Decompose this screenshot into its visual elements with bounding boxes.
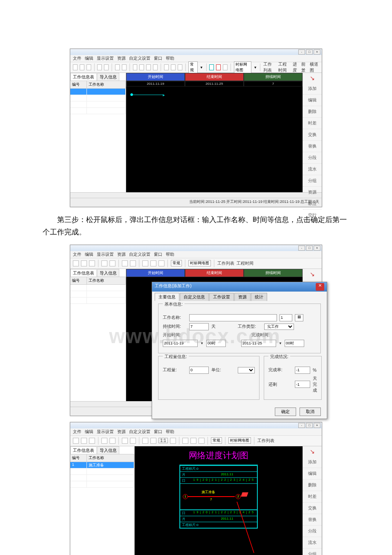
fit-icon[interactable] [146,64,151,70]
tab-import[interactable]: 导入信息 [97,73,119,81]
table-row[interactable] [70,89,126,95]
rp-replace[interactable]: 替换 [303,141,322,152]
hand-icon[interactable] [142,438,148,444]
zoomout-icon[interactable] [170,438,176,444]
grid-icon[interactable] [164,64,169,70]
close-btn[interactable]: × [314,246,320,251]
tab-import[interactable]: 导入信息 [97,446,119,454]
front-btn[interactable]: 前景 [301,61,308,73]
zoomin-icon[interactable] [139,64,144,70]
arrow-tool-icon[interactable]: ↘ [303,269,322,279]
menu-custom[interactable]: 自定义设置 [129,251,150,257]
open-icon[interactable] [81,438,87,444]
menu-help[interactable]: 帮助 [166,55,174,61]
rp-flow[interactable]: 流水 [303,164,322,175]
undo-icon[interactable] [122,438,128,444]
table-row[interactable] [70,291,126,298]
view-combo[interactable]: 时标网络图 [234,61,251,73]
zoom-icon[interactable] [101,260,107,266]
menu-help[interactable]: 帮助 [166,251,174,257]
normal-combo[interactable]: 常规 [188,61,197,73]
menu-edit[interactable]: 编辑 [85,251,93,257]
end-date-input[interactable] [241,340,276,347]
table-row[interactable] [70,285,126,291]
menu-file[interactable]: 文件 [73,55,81,61]
hand-icon[interactable] [133,64,138,70]
table-row[interactable] [70,95,126,101]
red-icon[interactable] [216,64,221,70]
maximize-btn[interactable]: □ [306,423,313,428]
canvas-area[interactable]: 网络进度计划图 工程标尺:0 月2011.11 日19|20|21|22|23|… [135,446,303,555]
rp-delete[interactable]: 删除 [303,480,322,491]
rp-group[interactable]: 分组 [303,175,322,187]
rp-edit[interactable]: 编辑 [303,95,322,106]
canvas-area[interactable]: 开始时间 结束时间 持续时间 2011-11-19 2011-11-25 7 ▸ [126,73,303,192]
table-icon[interactable] [171,64,176,70]
gantt-btn[interactable]: 横道图 [310,61,319,73]
cancel-button[interactable]: 取消 [300,408,321,416]
new-icon[interactable] [73,438,79,444]
rp-replace[interactable]: 替换 [303,514,322,526]
close-btn[interactable]: × [314,423,320,428]
id-input[interactable] [280,314,292,321]
rp-split[interactable]: 分段 [303,152,322,164]
normal-combo[interactable]: 常规 [211,437,222,444]
rp-add[interactable]: 添加 [303,457,322,468]
undo-icon[interactable] [115,64,120,70]
table-row[interactable]: 1 施工准备 [70,462,134,468]
table-row[interactable] [70,298,126,304]
rp-delete[interactable]: 删除 [303,106,322,118]
view-combo[interactable]: 时标网络图 [228,437,251,444]
projtime-btn[interactable]: 工程时间 [278,61,291,73]
open-icon[interactable] [81,260,87,266]
grid-icon[interactable] [182,438,188,444]
dlg-tab-resource[interactable]: 资源 [234,293,251,301]
progress-btn[interactable]: 进度 [293,61,299,73]
zoomout-icon[interactable] [153,64,158,70]
redo-icon[interactable] [122,64,127,70]
menu-resource[interactable]: 资源 [117,55,126,61]
duration-input[interactable] [189,323,209,330]
arrow-tool-icon[interactable]: ↘ [303,446,322,457]
rp-swap[interactable]: 交换 [303,129,322,141]
worklist-btn[interactable]: 工作列表 [257,438,274,444]
dlg-tab-settings[interactable]: 工作设置 [209,293,234,301]
minimize-btn[interactable]: - [298,49,305,55]
remain-input[interactable] [295,381,310,388]
arrow-tool-icon[interactable]: ↘ [303,73,322,83]
menu-edit[interactable]: 编辑 [85,429,93,435]
bar-icon[interactable] [223,64,228,70]
zoomin-icon[interactable] [150,438,156,444]
scrollbar[interactable] [70,192,322,198]
minimize-btn[interactable]: - [298,246,305,251]
normal-combo[interactable]: 常规 [171,260,182,266]
rp-split[interactable]: 分段 [303,526,322,537]
diamond-icon[interactable] [209,64,214,70]
menu-window[interactable]: 窗口 [154,251,162,257]
rp-slack[interactable]: 时差 [303,118,322,129]
table-row[interactable] [70,481,134,488]
menu-display[interactable]: 显示设置 [97,251,114,257]
menu-display[interactable]: 显示设置 [97,55,114,61]
pct-input[interactable] [295,367,310,374]
worklist-btn[interactable]: 工作列表 [217,260,234,266]
tab-workinfo[interactable]: 工作信息表 [70,73,97,81]
menu-custom[interactable]: 自定义设置 [129,55,150,61]
new-icon[interactable] [73,260,79,266]
redo-icon[interactable] [130,260,136,266]
start-date-input[interactable] [163,340,198,347]
canvas-area[interactable]: 开始时间 结束时间 持续时间 工作信息(添加工作) ✕ 主要信息 自定义信息 工… [126,269,303,401]
calendar-icon[interactable]: ▼ [279,341,282,345]
calendar-icon[interactable]: ▼ [200,341,204,345]
menu-resource[interactable]: 资源 [117,429,126,435]
node-2[interactable]: 2 [236,494,241,499]
view-combo[interactable]: 时标网络图 [188,260,211,266]
ok-button[interactable]: 确定 [275,408,296,416]
menu-file[interactable]: 文件 [73,429,81,435]
table-icon[interactable] [150,260,156,266]
rp-group[interactable]: 分组 [303,549,322,555]
projtime-btn[interactable]: 工程时间 [236,260,254,266]
maximize-btn[interactable]: □ [306,49,313,55]
save-icon[interactable] [86,64,91,70]
rp-resource[interactable]: 资源 [303,187,322,198]
